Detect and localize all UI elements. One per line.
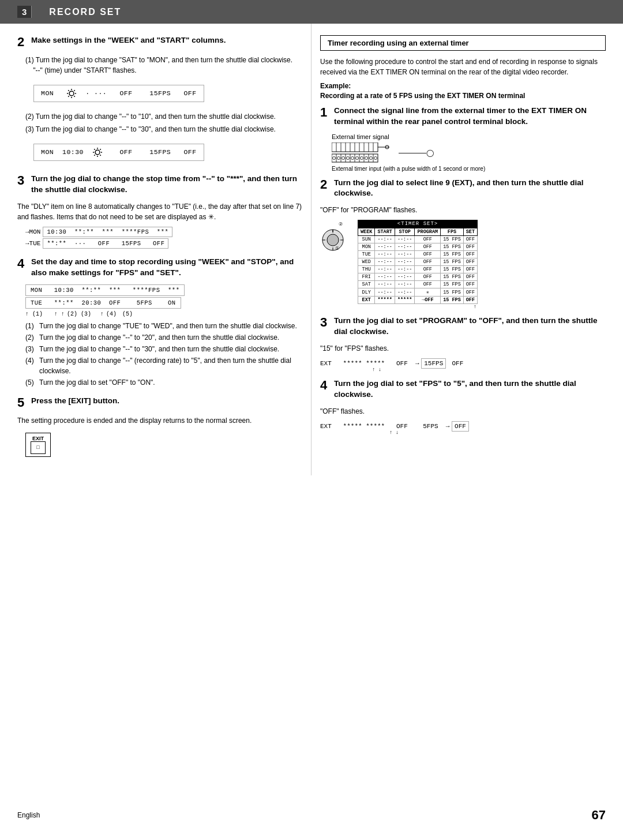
table-cell: →OFF	[415, 297, 441, 304]
table-cell: OFF	[415, 243, 441, 251]
gear-icon2	[92, 147, 103, 158]
step5-number: 5	[17, 396, 27, 410]
table-cell: --:--	[375, 273, 395, 281]
table-row: EXT**********→OFF15 FPSOFF	[358, 297, 478, 304]
signal-top-label: External timer signal	[332, 133, 606, 140]
signal-diagram: External timer signal	[332, 133, 606, 172]
svg-point-0	[69, 91, 74, 96]
table-cell: OFF	[415, 273, 441, 281]
step4-sub5: (5) Turn the jog dial to set "OFF" to "O…	[25, 377, 302, 388]
connector-svg	[332, 142, 395, 163]
display1-container: MON · ··· OFF 15FPS OFF	[25, 80, 302, 107]
table-cell: OFF	[463, 288, 477, 297]
step5-text: Press the [EXIT] button.	[31, 396, 119, 407]
table-cell: OFF	[463, 266, 477, 273]
table-row: THU--:----:--OFF15 FPSOFF	[358, 266, 478, 273]
table-cell: OFF	[415, 236, 441, 243]
step4-sub4: (4) Turn the jog dial to change "--" (re…	[25, 355, 302, 376]
content-area: 2 Make settings in the "WEEK" and "START…	[0, 24, 623, 475]
col-fps: FPS	[441, 228, 464, 236]
display4b: TUE **:** 20:30 OFF 5FPS ON	[25, 297, 181, 309]
table-row: WED--:----:--OFF15 FPSOFF	[358, 258, 478, 266]
table-cell: OFF	[463, 273, 477, 281]
example-body: Recording at a rate of 5 FPS using the E…	[320, 91, 606, 101]
table-cell: 15 FPS	[441, 288, 464, 297]
step4-sub1: (1) Turn the jog dial to change "TUE" to…	[25, 321, 302, 331]
r-step2-number: 2	[320, 178, 329, 192]
timer-set-header: <TIMER SET>	[358, 220, 478, 228]
table-cell: *****	[395, 297, 415, 304]
table-row: FRI--:----:--OFF15 FPSOFF	[358, 273, 478, 281]
exit-button-display: EXIT □	[25, 433, 51, 457]
svg-text:②: ②	[339, 222, 343, 227]
table-cell: THU	[358, 266, 375, 273]
svg-point-27	[347, 156, 350, 159]
table-row: TUE--:----:--OFF15 FPSOFF	[358, 251, 478, 258]
r-step3-number: 3	[320, 316, 329, 329]
table-cell: --:--	[395, 243, 415, 251]
r-step3-fps-note: "15" for "FPS" flashes.	[320, 343, 606, 354]
dial-table-container: ② ① <TIME	[320, 220, 606, 310]
table-row: SUN--:----:--OFF15 FPSOFF	[358, 236, 478, 243]
step5-heading: 5 Press the [EXIT] button.	[17, 396, 302, 410]
timer-set-table: WEEK START STOP PROGRAM FPS SET SUN--:--…	[358, 228, 478, 304]
r-step3-heading: 3 Turn the jog dial to set "PROGRAM" to …	[320, 316, 606, 337]
display2: MON 10:30 OFF 15FPS OFF	[33, 144, 204, 161]
table-cell: SAT	[358, 281, 375, 288]
svg-text:①: ①	[335, 246, 339, 251]
table-cell: --:--	[395, 251, 415, 258]
table-cell: TUE	[358, 251, 375, 258]
svg-point-31	[365, 156, 368, 159]
ext-timer-banner: Timer recording using an external timer	[320, 35, 606, 51]
example-label: Example:	[320, 82, 606, 90]
step5-body: The setting procedure is ended and the d…	[17, 415, 302, 426]
table-cell: 15 FPS	[441, 258, 464, 266]
step2-sub2: (2) Turn the jog dial to change "--" to …	[25, 111, 302, 122]
step2-number: 2	[17, 35, 27, 49]
arrow-right-signal: ————◯	[399, 149, 434, 157]
table-cell: OFF	[415, 281, 441, 288]
ext-arrow: ↑	[358, 304, 478, 310]
page: 3 RECORD SET 2 Make settings in the "WEE…	[0, 0, 623, 840]
col-set: SET	[463, 228, 477, 236]
svg-point-29	[356, 156, 359, 159]
svg-point-28	[351, 156, 354, 159]
header-bar: 3 RECORD SET	[0, 0, 623, 24]
col-program: PROGRAM	[415, 228, 441, 236]
svg-point-26	[342, 156, 345, 159]
r-step3-display: EXT ***** ***** OFF → 15FPS OFF ↑ ↓	[320, 358, 606, 373]
table-cell: 15 FPS	[441, 281, 464, 288]
step4-substeps: (1) Turn the jog dial to change "TUE" to…	[25, 321, 302, 388]
ext-timer-body: Use the following procedure to control t…	[320, 57, 606, 77]
svg-point-25	[337, 156, 340, 159]
step4-text: Set the day and time to stop recording u…	[31, 257, 302, 279]
table-cell: OFF	[415, 266, 441, 273]
r-step4-text: Turn the jog dial to set "FPS" to "5", a…	[334, 378, 606, 400]
r-step3-text: Turn the jog dial to set "PROGRAM" to "O…	[334, 316, 606, 337]
table-cell: OFF	[463, 297, 477, 304]
section-number: 3	[17, 6, 32, 18]
table-cell: ✳	[415, 288, 441, 297]
step3-arrows: ↑ ↓	[372, 367, 606, 373]
step3-number: 3	[17, 174, 27, 187]
table-cell: --:--	[395, 281, 415, 288]
table-cell: MON	[358, 243, 375, 251]
step3-text: Turn the jog dial to change the stop tim…	[31, 174, 302, 196]
timer-set-table-container: <TIMER SET> WEEK START STOP PROGRAM FPS …	[358, 220, 478, 310]
r-step4-display: EXT ***** ***** OFF 5FPS → OFF ↑ ↓	[320, 421, 606, 436]
r-step1-number: 1	[320, 106, 329, 119]
table-cell: --:--	[395, 273, 415, 281]
table-cell: 15 FPS	[441, 266, 464, 273]
step4-sub3: (3) Turn the jog dial to change "--" to …	[25, 344, 302, 354]
step2-heading: 2 Make settings in the "WEEK" and "START…	[17, 35, 302, 49]
table-cell: 15 FPS	[441, 251, 464, 258]
section-title: RECORD SET	[49, 7, 121, 17]
step4-arrows: ↑ ↓	[389, 430, 606, 436]
table-cell: --:--	[375, 266, 395, 273]
step3-body: The "DLY" item on line 8 automatically c…	[17, 201, 302, 222]
r-step4-number: 4	[320, 378, 329, 392]
table-cell: --:--	[375, 281, 395, 288]
table-cell: EXT	[358, 297, 375, 304]
table-cell: 15 FPS	[441, 236, 464, 243]
col-stop: STOP	[395, 228, 415, 236]
